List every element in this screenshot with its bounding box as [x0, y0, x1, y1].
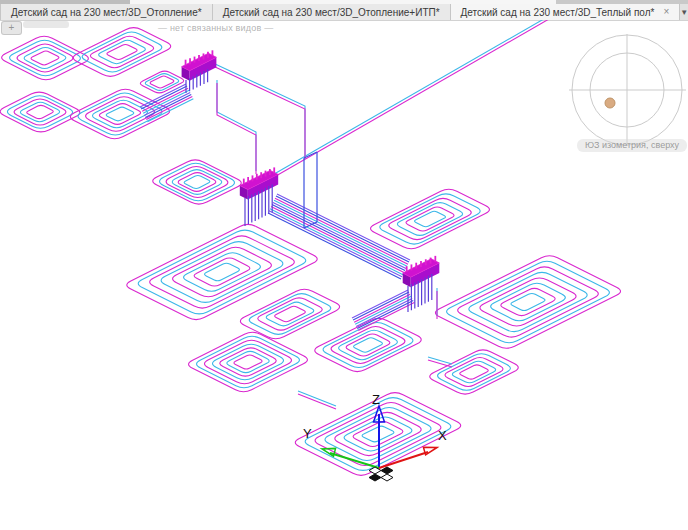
room-coil: [435, 256, 620, 349]
tab-label: Детский сад на 230 мест/3D_Теплый пол*: [461, 7, 655, 18]
room-coil: [0, 92, 80, 132]
view-compass[interactable]: [569, 34, 686, 146]
heating-pipes-isometric-drawing: [0, 20, 620, 475]
tab-teply-pol[interactable]: Детский сад на 230 мест/3D_Теплый пол* ×: [451, 4, 681, 20]
x-axis-label: X: [438, 428, 447, 443]
compass-view-label: ЮЗ изометрия, сверху: [577, 139, 687, 152]
manifold: [240, 167, 278, 226]
room-coil: [371, 189, 490, 248]
pipe-pair: [298, 391, 336, 409]
tab-label: Детский сад на 230 мест/3D_Отопление+ИТП…: [223, 7, 440, 18]
pipe-pair: [213, 63, 305, 159]
tab-list-dropdown-icon[interactable]: ▼: [680, 8, 688, 17]
ucs-origin-checker: [369, 467, 393, 481]
compass-orbit-dot[interactable]: [605, 98, 615, 108]
watermark-text: — нет связанных видов —: [158, 23, 273, 33]
tab-otoplenie[interactable]: Детский сад на 230 мест/3D_Отопление*: [0, 4, 213, 20]
pipe-pair: [217, 80, 256, 174]
cad-window: { "window": { "tabs": [ {"label": "Детск…: [0, 0, 688, 530]
ghost-pill: [23, 21, 69, 28]
ghost-new-tab-button: +: [1, 21, 22, 35]
riser-line: [304, 222, 317, 228]
room-coil: [153, 160, 242, 204]
tab-close-icon[interactable]: ×: [663, 7, 669, 17]
y-axis-label: Y: [303, 426, 312, 441]
z-axis-label: Z: [372, 392, 380, 407]
room-coil: [240, 289, 339, 339]
room-coil: [70, 89, 169, 139]
room-coil: [73, 28, 170, 77]
pipe-bundle: [140, 84, 193, 122]
x-axis-line: [379, 452, 428, 468]
tab-label: Детский сад на 230 мест/3D_Отопление*: [11, 7, 202, 18]
pipe-pair: [262, 20, 549, 184]
drawing-canvas[interactable]: Z X Y: [0, 20, 688, 530]
pipe-pair: [428, 357, 452, 367]
x-axis-arrowhead: [423, 447, 437, 455]
room-coil: [430, 350, 519, 394]
room-coil: [140, 71, 183, 93]
manifold: [403, 256, 440, 312]
room-coil: [315, 318, 421, 371]
tab-otoplenie-itp[interactable]: Детский сад на 230 мест/3D_Отопление+ИТП…: [213, 4, 451, 20]
document-tabbar: Детский сад на 230 мест/3D_Отопление* Де…: [0, 4, 688, 21]
room-coil: [189, 332, 308, 391]
room-coil: [2, 36, 89, 79]
